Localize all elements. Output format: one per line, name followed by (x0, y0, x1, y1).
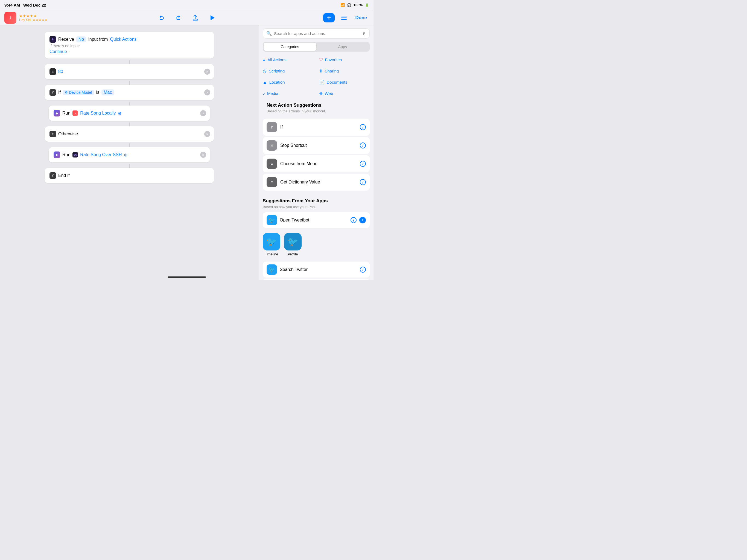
tweetbot-info-btn[interactable]: i (351, 217, 357, 223)
home-indicator (168, 276, 206, 278)
add-action-button[interactable] (323, 13, 335, 22)
run-button[interactable] (206, 13, 218, 22)
category-all-actions[interactable]: ≡ All Actions (263, 55, 314, 65)
next-action-sub: Based on the actions in your shortcut. (263, 109, 370, 117)
run-locally-close[interactable]: × (200, 110, 206, 116)
location-label: Location (269, 80, 285, 84)
category-favorites[interactable]: ♡ Favorites (319, 55, 370, 65)
favorites-label: Favorites (325, 57, 342, 62)
endif-icon: Y (50, 172, 56, 179)
connector-6 (129, 164, 130, 168)
category-documents[interactable]: 📄 Documents (319, 77, 370, 87)
search-twitter-row[interactable]: 🐦 Search Twitter i (263, 262, 370, 278)
arrow-circle-2[interactable]: ⊕ (124, 152, 127, 157)
dict-info-btn[interactable]: i (360, 179, 366, 185)
next-action-title: Next Action Suggestions (263, 103, 370, 109)
stop-info-btn[interactable]: i (360, 143, 366, 149)
search-twitter-label: Search Twitter (280, 267, 357, 272)
wifi-icon: 📶 (340, 3, 345, 7)
run-ssh-block: ▶ Run SC Rate Song Over SSH ⊕ × (49, 147, 210, 162)
tweetbot-main-icon: 🐦 (266, 215, 277, 225)
tweetbot-add-btn[interactable]: + (359, 217, 366, 223)
rate-song-ssh-token[interactable]: Rate Song Over SSH (80, 152, 122, 157)
timeline-label: Timeline (265, 252, 278, 256)
sidebar: 🔍 🎙 Categories Apps ≡ All Actions ♡ Favo… (259, 25, 374, 280)
web-icon: ⊕ (319, 91, 323, 96)
tweetbot-timeline-item[interactable]: 🐦 Timeline (263, 233, 280, 256)
tab-categories[interactable]: Categories (264, 43, 316, 51)
run-ssh-close[interactable]: × (200, 152, 206, 158)
toolbar-left: ♪ ★★★★★ Hey Siri, ★★★★★ (4, 12, 126, 24)
number-close[interactable]: × (204, 69, 210, 75)
undo-button[interactable] (156, 13, 167, 22)
mac-token[interactable]: Mac (101, 90, 114, 96)
scripting-icon: ◎ (263, 68, 266, 74)
choose-sugg-icon: ≡ (266, 159, 277, 169)
shortcut-title-area: ★★★★★ Hey Siri, ★★★★★ (19, 14, 48, 22)
connector-3 (129, 102, 130, 105)
receive-icon: ⇓ (50, 36, 56, 43)
search-area: 🔍 🎙 (259, 25, 374, 41)
shortcut-stars: ★★★★★ (19, 14, 48, 18)
suggestion-stop-shortcut[interactable]: ✕ Stop Shortcut i (263, 137, 370, 154)
if-info-btn[interactable]: i (360, 124, 366, 130)
sharing-label: Sharing (325, 69, 339, 73)
arrow-circle-1[interactable]: ⊕ (118, 111, 121, 116)
shortcuts-icon-2: SC (73, 152, 78, 157)
music-icon-1: ♪ (73, 110, 78, 116)
category-sharing[interactable]: ⬆ Sharing (319, 66, 370, 76)
if-close[interactable]: × (204, 90, 210, 96)
receive-sub: If there's no input: (50, 44, 209, 48)
suggestion-get-dict[interactable]: ≡ Get Dictionary Value i (263, 174, 370, 190)
run-locally-block: ▶ Run ♪ Rate Song Locally ⊕ × (49, 105, 210, 121)
stop-sugg-label: Stop Shortcut (280, 143, 357, 148)
device-model-token[interactable]: ⚙ Device Model (63, 90, 94, 95)
sharing-icon: ⬆ (319, 68, 323, 74)
search-input[interactable] (274, 31, 360, 36)
tab-apps[interactable]: Apps (316, 43, 369, 51)
tweetbot-profile-item[interactable]: 🐦 Profile (284, 233, 302, 256)
receive-token[interactable]: No (76, 36, 86, 42)
show-today-row[interactable]: 📰 Show Today Feed i (263, 279, 370, 280)
profile-thumb: 🐦 (284, 233, 302, 251)
media-label: Media (267, 91, 278, 96)
indented-area-1: ▶ Run ♪ Rate Song Locally ⊕ × (41, 105, 218, 123)
twitter-search-icon: 🐦 (266, 264, 277, 275)
category-media[interactable]: ♪ Media (263, 88, 314, 98)
rate-song-locally-token[interactable]: Rate Song Locally (80, 111, 115, 116)
next-action-section: Next Action Suggestions Based on the act… (259, 103, 374, 119)
category-web[interactable]: ⊕ Web (319, 88, 370, 98)
connector-5 (129, 143, 130, 147)
mic-icon[interactable]: 🎙 (362, 31, 366, 36)
otherwise-block: Y Otherwise × (45, 126, 214, 142)
category-location[interactable]: ▲ Location (263, 77, 314, 87)
otherwise-label: Otherwise (58, 131, 78, 136)
choose-info-btn[interactable]: i (360, 161, 366, 167)
settings-button[interactable] (338, 14, 350, 22)
connector-2 (129, 81, 130, 85)
receive-label: Receive (58, 37, 74, 42)
timeline-thumb: 🐦 (263, 233, 280, 251)
category-scripting[interactable]: ◎ Scripting (263, 66, 314, 76)
status-bar: 9:44 AM Wed Dec 22 📶 🎧 100% 🔋 (0, 0, 374, 10)
location-icon: ▲ (263, 80, 267, 85)
quick-actions-token[interactable]: Quick Actions (110, 37, 136, 42)
done-button[interactable]: Done (353, 14, 369, 22)
main-layout: ⇓ Receive No input from Quick Actions If… (0, 25, 374, 280)
music-app-icon: ♪ (4, 12, 17, 24)
redo-button[interactable] (173, 13, 184, 22)
tweetbot-apps-row: 🐦 Timeline 🐦 Profile (263, 230, 370, 259)
suggestion-choose-menu[interactable]: ≡ Choose from Menu i (263, 155, 370, 172)
number-value[interactable]: 80 (58, 69, 63, 74)
profile-label: Profile (288, 252, 298, 256)
open-tweetbot-row[interactable]: 🐦 Open Tweetbot i + (263, 212, 370, 228)
battery-icon: 🔋 (365, 3, 369, 7)
search-twitter-info-btn[interactable]: i (360, 266, 366, 273)
apps-title: Suggestions From Your Apps (263, 198, 370, 204)
share-button[interactable] (189, 13, 201, 22)
if-block: Y If ⚙ Device Model is Mac × (45, 85, 214, 100)
media-icon: ♪ (263, 91, 265, 96)
otherwise-close[interactable]: × (204, 131, 210, 137)
continue-link[interactable]: Continue (50, 49, 209, 54)
suggestion-if[interactable]: Y If i (263, 119, 370, 136)
